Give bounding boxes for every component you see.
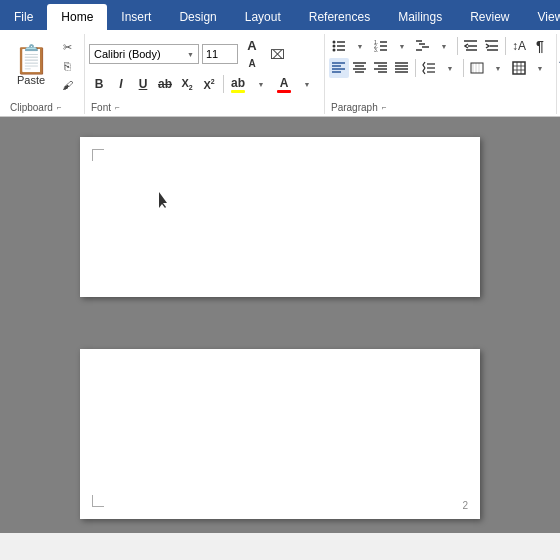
strikethrough-button[interactable]: ab xyxy=(155,74,175,94)
numbering-dropdown-arrow: ▼ xyxy=(399,43,406,50)
align-left-icon xyxy=(332,61,346,75)
para-list-row: ▼ 1. 2. 3. ▼ xyxy=(329,36,550,56)
align-center-button[interactable] xyxy=(350,58,370,78)
borders-icon xyxy=(512,61,526,75)
svg-text:3.: 3. xyxy=(374,47,378,53)
format-painter-button[interactable]: 🖌 xyxy=(56,76,78,94)
bullets-button[interactable] xyxy=(329,36,349,56)
increase-indent-button[interactable] xyxy=(482,36,502,56)
tab-view[interactable]: View xyxy=(524,4,560,30)
font-size-arrows: A A xyxy=(241,36,263,72)
align-center-icon xyxy=(353,61,367,75)
show-formatting-button[interactable]: ¶ xyxy=(530,36,550,56)
svg-point-2 xyxy=(333,45,336,48)
page-number-2: 2 xyxy=(462,500,468,511)
tab-home[interactable]: Home xyxy=(47,4,107,30)
italic-button[interactable]: I xyxy=(111,74,131,94)
clipboard-expand-icon[interactable]: ⌐ xyxy=(57,103,62,112)
para-separator3 xyxy=(415,59,416,77)
svg-point-0 xyxy=(333,41,336,44)
tab-bar: File Home Insert Design Layout Reference… xyxy=(0,0,560,30)
subscript-button[interactable]: X2 xyxy=(177,74,197,94)
tab-insert[interactable]: Insert xyxy=(107,4,165,30)
para-separator2 xyxy=(505,37,506,55)
font-color-indicator xyxy=(277,90,291,93)
font-group: Calibri (Body) ▼ 11 A A ⌧ B I xyxy=(85,34,325,114)
superscript-icon: X2 xyxy=(203,78,214,91)
line-spacing-dropdown-button[interactable]: ▼ xyxy=(440,58,460,78)
justify-button[interactable] xyxy=(392,58,412,78)
para-align-row: ▼ ▼ xyxy=(329,58,550,78)
font-expand-icon[interactable]: ⌐ xyxy=(115,103,120,112)
subscript-icon: X2 xyxy=(181,77,192,91)
cut-button[interactable]: ✂ xyxy=(56,38,78,56)
multilevel-list-icon xyxy=(416,39,430,53)
tab-file[interactable]: File xyxy=(0,4,47,30)
page-margin-corner-bl xyxy=(92,495,104,507)
font-color-dropdown-arrow: ▼ xyxy=(304,81,311,88)
multilevel-list-button[interactable] xyxy=(413,36,433,56)
font-color-button[interactable]: A xyxy=(274,74,294,94)
paste-button[interactable]: 📋 Paste xyxy=(8,36,54,96)
cursor-area xyxy=(155,192,167,211)
numbering-button[interactable]: 1. 2. 3. xyxy=(371,36,391,56)
paste-label: Paste xyxy=(17,74,45,86)
document-page-2[interactable]: 2 xyxy=(80,349,480,519)
decrease-indent-icon xyxy=(464,39,478,53)
font-size-value: 11 xyxy=(206,48,218,60)
ribbon: 📋 Paste ✂ ⎘ 🖌 Clipboard ⌐ Calibri (Body xyxy=(0,30,560,117)
tab-review[interactable]: Review xyxy=(456,4,523,30)
svg-rect-45 xyxy=(513,62,525,74)
align-right-button[interactable] xyxy=(371,58,391,78)
highlight-dropdown-button[interactable]: ▼ xyxy=(250,75,272,93)
tab-mailings[interactable]: Mailings xyxy=(384,4,456,30)
para-separator4 xyxy=(463,59,464,77)
bold-button[interactable]: B xyxy=(89,74,109,94)
borders-dropdown-arrow: ▼ xyxy=(537,65,544,72)
second-page-area: 2 xyxy=(0,343,560,533)
align-left-button[interactable] xyxy=(329,58,349,78)
multilevel-dropdown-button[interactable]: ▼ xyxy=(434,36,454,56)
shading-dropdown-button[interactable]: ▼ xyxy=(488,58,508,78)
increase-indent-icon xyxy=(485,39,499,53)
borders-button[interactable] xyxy=(509,58,529,78)
font-format-row: B I U ab X2 X2 ab xyxy=(89,74,318,94)
highlight-color-button[interactable]: ab xyxy=(228,74,248,94)
strikethrough-icon: ab xyxy=(158,77,172,91)
font-name-value: Calibri (Body) xyxy=(94,48,161,60)
superscript-button[interactable]: X2 xyxy=(199,74,219,94)
font-name-select[interactable]: Calibri (Body) ▼ xyxy=(89,44,199,64)
shading-button[interactable] xyxy=(467,58,487,78)
document-page-1[interactable] xyxy=(80,137,480,297)
line-spacing-icon xyxy=(422,61,436,75)
tab-design[interactable]: Design xyxy=(165,4,230,30)
decrease-indent-button[interactable] xyxy=(461,36,481,56)
underline-button[interactable]: U xyxy=(133,74,153,94)
bullets-dropdown-button[interactable]: ▼ xyxy=(350,36,370,56)
numbering-dropdown-button[interactable]: ▼ xyxy=(392,36,412,56)
font-size-select[interactable]: 11 xyxy=(202,44,238,64)
separator xyxy=(223,75,224,93)
paragraph-expand-icon[interactable]: ⌐ xyxy=(382,103,387,112)
borders-dropdown-button[interactable]: ▼ xyxy=(530,58,550,78)
highlight-icon: ab xyxy=(231,76,245,90)
font-color-icon: A xyxy=(280,76,289,90)
numbering-icon: 1. 2. 3. xyxy=(374,39,388,53)
sort-button[interactable]: ↕A xyxy=(509,36,529,56)
clipboard-group-label: Clipboard xyxy=(8,102,55,113)
paragraph-group-label: Paragraph xyxy=(329,102,380,113)
bullets-icon xyxy=(332,39,346,53)
highlight-dropdown-arrow: ▼ xyxy=(258,81,265,88)
line-spacing-button[interactable] xyxy=(419,58,439,78)
shading-icon xyxy=(470,61,484,75)
tab-layout[interactable]: Layout xyxy=(231,4,295,30)
line-spacing-dropdown-arrow: ▼ xyxy=(447,65,454,72)
clear-formatting-button[interactable]: ⌧ xyxy=(266,45,288,63)
copy-button[interactable]: ⎘ xyxy=(56,57,78,75)
clipboard-small-buttons: ✂ ⎘ 🖌 xyxy=(56,38,78,94)
font-size-increase-button[interactable]: A xyxy=(241,36,263,54)
font-size-decrease-button[interactable]: A xyxy=(241,54,263,72)
font-color-dropdown-button[interactable]: ▼ xyxy=(296,75,318,93)
justify-icon xyxy=(395,61,409,75)
tab-references[interactable]: References xyxy=(295,4,384,30)
